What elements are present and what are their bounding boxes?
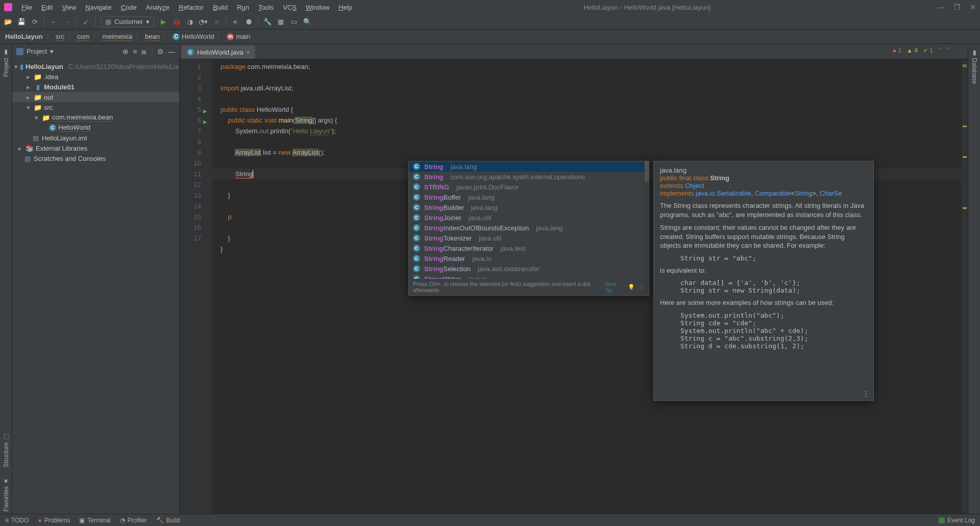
line-gutter[interactable]: 1234 5▶ 6▶ 78910 11121314 151617 bbox=[180, 59, 204, 514]
run-gutter-icon[interactable]: ▶ bbox=[203, 116, 207, 127]
inspection-widget[interactable]: ● 1 ▲ 4 ✔ 1 ˄ ˅ bbox=[893, 47, 949, 54]
status-todo[interactable]: ≡ TODO bbox=[5, 517, 29, 524]
status-build[interactable]: 🔨 Build bbox=[156, 517, 180, 524]
completion-item[interactable]: CSTRINGjavax.print.DocFlavor bbox=[409, 182, 649, 192]
menu-edit[interactable]: Edit bbox=[37, 4, 57, 11]
tree-out[interactable]: ▸📁 out bbox=[12, 92, 179, 102]
coverage-icon[interactable]: ◑ bbox=[186, 18, 194, 26]
build-hammer-icon[interactable]: ↙ bbox=[82, 18, 90, 26]
menu-run[interactable]: Run bbox=[233, 4, 253, 11]
tree-src[interactable]: ▾📁 src bbox=[12, 102, 179, 112]
collapse-icon[interactable]: ≣ bbox=[141, 47, 147, 56]
crumb-meimeixia[interactable]: meimeixia bbox=[103, 33, 133, 41]
ide-everywhere-icon[interactable]: ▭ bbox=[290, 18, 298, 26]
menu-build[interactable]: Build bbox=[209, 4, 232, 11]
tree-scratches[interactable]: ▧ Scratches and Consoles bbox=[12, 153, 179, 163]
completion-item[interactable]: CStringReaderjava.io bbox=[409, 253, 649, 264]
tree-iml[interactable]: ▤ HelloLiayun.iml bbox=[12, 133, 179, 143]
bulb-icon[interactable]: 💡 bbox=[628, 284, 635, 291]
completion-item[interactable]: CStringjava.lang bbox=[409, 161, 649, 172]
doc-more-icon[interactable]: ⋮ bbox=[863, 390, 869, 397]
rail-database[interactable]: ▮ Database bbox=[971, 47, 978, 86]
git-icon[interactable]: ⬢ bbox=[244, 18, 253, 26]
save-icon[interactable]: 💾 bbox=[17, 18, 26, 26]
menu-window[interactable]: Window bbox=[302, 4, 333, 11]
expand-icon[interactable]: ≡ bbox=[133, 47, 137, 56]
scrollbar[interactable] bbox=[645, 161, 649, 182]
project-structure-icon[interactable]: ▦ bbox=[277, 18, 285, 26]
debug-icon[interactable]: 🐞 bbox=[173, 18, 181, 26]
rail-project[interactable]: Project ▮ bbox=[3, 47, 10, 79]
status-event-log[interactable]: Event Log bbox=[939, 517, 975, 524]
profile-icon[interactable]: ◔▾ bbox=[199, 18, 207, 26]
more-icon[interactable]: ⋮ bbox=[639, 284, 645, 291]
close-icon[interactable]: ✕ bbox=[970, 3, 976, 11]
menu-navigate[interactable]: Navigate bbox=[81, 4, 115, 11]
crumb-bean[interactable]: bean bbox=[145, 33, 160, 41]
quick-doc-popup[interactable]: java.lang public final class String exte… bbox=[653, 161, 874, 401]
status-problems[interactable]: ● Problems bbox=[38, 517, 70, 524]
completion-item[interactable]: CStringIndexOutOfBoundsExceptionjava.lan… bbox=[409, 223, 649, 233]
forward-icon[interactable]: → bbox=[63, 18, 71, 26]
completion-item[interactable]: CStringTokenizerjava.util bbox=[409, 233, 649, 243]
run-icon[interactable]: ▶ bbox=[159, 18, 167, 26]
completion-list[interactable]: CStringjava.langCStringcom.sun.org.apach… bbox=[409, 161, 649, 279]
gear-icon[interactable]: ⚙ bbox=[157, 47, 164, 56]
tree-module01[interactable]: ▸▮ Module01 bbox=[12, 82, 179, 92]
rail-structure[interactable]: Structure ⬚ bbox=[3, 432, 10, 469]
menu-view[interactable]: View bbox=[58, 4, 80, 11]
crumb-method[interactable]: mmain bbox=[227, 33, 250, 40]
editor-tab-helloworld[interactable]: C HelloWorld.java × bbox=[182, 45, 255, 59]
locate-icon[interactable]: ⊕ bbox=[122, 47, 129, 56]
status-bar: ≡ TODO ● Problems ▣ Terminal ◔ Profiler … bbox=[0, 514, 980, 526]
settings-icon[interactable]: 🔧 bbox=[263, 18, 272, 26]
run-gutter-icon[interactable]: ▶ bbox=[203, 106, 207, 116]
menu-tools[interactable]: Tools bbox=[254, 4, 278, 11]
inspection-down-icon[interactable]: ˅ bbox=[946, 47, 949, 54]
crumb-class[interactable]: CHelloWorld bbox=[173, 33, 214, 40]
tree-external-libs[interactable]: ▸📚 External Libraries bbox=[12, 143, 179, 153]
inspection-up-icon[interactable]: ˄ bbox=[938, 47, 941, 54]
completion-item[interactable]: CStringBuilderjava.lang bbox=[409, 202, 649, 212]
completion-item[interactable]: CStringCharacterIteratorjava.text bbox=[409, 243, 649, 253]
rail-favorites[interactable]: Favorites ★ bbox=[3, 475, 10, 514]
hide-icon[interactable]: — bbox=[168, 47, 175, 56]
error-stripe[interactable] bbox=[962, 59, 968, 514]
completion-item[interactable]: CStringcom.sun.org.apache.xpath.internal… bbox=[409, 172, 649, 182]
maximize-icon[interactable]: ❐ bbox=[954, 3, 961, 11]
tree-class[interactable]: C HelloWorld bbox=[12, 123, 179, 133]
tree-pkg[interactable]: ▾📁 com.meimeixia.bean bbox=[12, 112, 179, 123]
menu-analyze[interactable]: Analyze bbox=[142, 4, 174, 11]
menu-help[interactable]: Help bbox=[334, 4, 356, 11]
project-view-dropdown[interactable]: Project ▾ bbox=[16, 47, 54, 55]
sync-icon[interactable]: ⟳ bbox=[31, 18, 39, 26]
stop-icon[interactable]: ■ bbox=[212, 18, 220, 26]
crumb-project[interactable]: HelloLiayun bbox=[5, 33, 43, 40]
menu-refactor[interactable]: Refactor bbox=[175, 4, 208, 11]
open-icon[interactable]: 📂 bbox=[4, 18, 12, 26]
status-profiler[interactable]: ◔ Profiler bbox=[120, 517, 147, 524]
tree-idea[interactable]: ▸📁 .idea bbox=[12, 71, 179, 82]
crumb-com[interactable]: com bbox=[77, 33, 90, 41]
crumb-src[interactable]: src bbox=[56, 33, 64, 41]
completion-item[interactable]: CStringBufferjava.lang bbox=[409, 192, 649, 202]
project-tree[interactable]: ▾▮ HelloLiayun C:\Users\32120\IdeaProjec… bbox=[12, 59, 179, 165]
menu-vcs[interactable]: VCS bbox=[279, 4, 301, 11]
tab-close-icon[interactable]: × bbox=[247, 49, 251, 56]
completion-item[interactable]: CStringWriterjava.io bbox=[409, 274, 649, 279]
status-terminal[interactable]: ▣ Terminal bbox=[79, 517, 110, 524]
attach-icon[interactable]: ⎆ bbox=[231, 18, 239, 26]
minimize-icon[interactable]: — bbox=[938, 3, 945, 11]
back-icon[interactable]: ← bbox=[50, 18, 58, 26]
run-config-dropdown[interactable]: ▦ Customer ▾ bbox=[101, 16, 154, 27]
menu-code[interactable]: Code bbox=[117, 4, 141, 11]
menu-file[interactable]: File bbox=[17, 4, 36, 11]
next-tip-link[interactable]: Next Tip bbox=[605, 281, 624, 293]
search-icon[interactable]: 🔍 bbox=[303, 18, 311, 26]
tree-root[interactable]: ▾▮ HelloLiayun C:\Users\32120\IdeaProjec… bbox=[12, 61, 179, 71]
code-completion-popup[interactable]: CStringjava.langCStringcom.sun.org.apach… bbox=[408, 161, 649, 296]
config-icon: ▦ bbox=[105, 18, 111, 26]
class-icon: C bbox=[413, 224, 420, 231]
completion-item[interactable]: CStringJoinerjava.util bbox=[409, 212, 649, 223]
completion-item[interactable]: CStringSelectionjava.awt.datatransfer bbox=[409, 264, 649, 274]
